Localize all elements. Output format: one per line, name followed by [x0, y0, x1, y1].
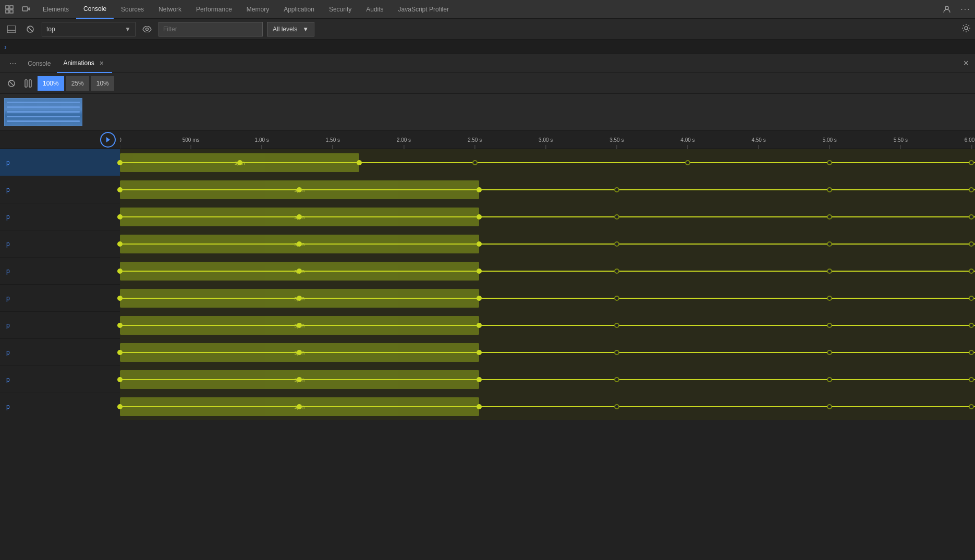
keyframe-dot[interactable]: [477, 241, 482, 247]
keyframe-dot[interactable]: [477, 377, 482, 382]
keyframe-dot[interactable]: [237, 160, 242, 165]
filter-input[interactable]: [159, 22, 263, 36]
keyframe-dot-hollow[interactable]: [472, 160, 478, 165]
keyframe-dot-hollow[interactable]: [827, 241, 832, 247]
keyframe-dot-hollow[interactable]: [827, 214, 832, 220]
keyframe-dot-hollow[interactable]: [827, 269, 832, 274]
keyframe-dot[interactable]: [117, 160, 123, 165]
animation-row[interactable]: pspin: [0, 258, 975, 285]
keyframe-dot[interactable]: [297, 350, 302, 355]
keyframe-dot[interactable]: [477, 214, 482, 220]
speed-25-button[interactable]: 25%: [66, 76, 89, 91]
keyframe-dot[interactable]: [117, 241, 123, 247]
keyframe-dot-hollow[interactable]: [614, 350, 619, 355]
animation-row[interactable]: pspin: [0, 312, 975, 339]
keyframe-dot[interactable]: [477, 269, 482, 274]
keyframe-dot[interactable]: [297, 296, 302, 301]
playhead-button[interactable]: [100, 132, 116, 148]
animation-row[interactable]: pspin: [0, 149, 975, 176]
keyframe-dot[interactable]: [117, 269, 123, 274]
keyframe-dot-hollow[interactable]: [614, 296, 619, 301]
keyframe-dot[interactable]: [117, 323, 123, 328]
tab-audits[interactable]: Audits: [359, 0, 391, 19]
clear-console-button[interactable]: [23, 22, 38, 36]
panel-tab-close-icon[interactable]: ×: [98, 58, 106, 68]
settings-icon[interactable]: [961, 23, 971, 34]
user-icon[interactable]: [942, 4, 952, 15]
keyframe-dot[interactable]: [297, 214, 302, 220]
keyframe-dot[interactable]: [117, 377, 123, 382]
keyframe-dot-hollow[interactable]: [969, 269, 974, 274]
keyframe-dot-hollow[interactable]: [614, 323, 619, 328]
keyframe-dot[interactable]: [297, 269, 302, 274]
tab-elements[interactable]: Elements: [35, 0, 76, 19]
animation-row[interactable]: pspin: [0, 366, 975, 393]
keyframe-dot-hollow[interactable]: [969, 323, 974, 328]
keyframe-dot-hollow[interactable]: [969, 241, 974, 247]
keyframe-dot-hollow[interactable]: [827, 404, 832, 409]
keyframe-dot-hollow[interactable]: [827, 296, 832, 301]
keyframe-dot-hollow[interactable]: [685, 160, 690, 165]
keyframe-dot[interactable]: [477, 323, 482, 328]
keyframe-dot-hollow[interactable]: [969, 214, 974, 220]
keyframe-dot[interactable]: [357, 160, 362, 165]
tab-sources[interactable]: Sources: [114, 0, 151, 19]
context-selector[interactable]: top ▼: [42, 22, 136, 36]
keyframe-dot-hollow[interactable]: [969, 187, 974, 192]
keyframe-dot[interactable]: [477, 296, 482, 301]
keyframe-dot-hollow[interactable]: [614, 214, 619, 220]
animation-stop-button[interactable]: [4, 76, 19, 91]
keyframe-dot-hollow[interactable]: [969, 160, 974, 165]
animation-row[interactable]: pspin: [0, 285, 975, 312]
tab-application[interactable]: Application: [276, 0, 322, 19]
panel-close-button[interactable]: ×: [961, 56, 971, 71]
keyframe-dot[interactable]: [297, 404, 302, 409]
more-icon[interactable]: ···: [960, 4, 971, 15]
keyframe-dot-hollow[interactable]: [969, 404, 974, 409]
animation-row[interactable]: pspin: [0, 176, 975, 203]
keyframe-dot-hollow[interactable]: [827, 160, 832, 165]
keyframe-dot-hollow[interactable]: [614, 404, 619, 409]
tab-js-profiler[interactable]: JavaScript Profiler: [391, 0, 456, 19]
eye-button[interactable]: [140, 22, 154, 36]
keyframe-dot[interactable]: [117, 187, 123, 192]
keyframe-dot[interactable]: [297, 187, 302, 192]
panel-tab-animations[interactable]: Animations ×: [57, 54, 112, 73]
keyframe-dot-hollow[interactable]: [827, 323, 832, 328]
animation-row[interactable]: pspin: [0, 203, 975, 230]
animation-row[interactable]: pspin: [0, 393, 975, 420]
keyframe-dot-hollow[interactable]: [614, 377, 619, 382]
keyframe-dot[interactable]: [117, 296, 123, 301]
panel-tab-more[interactable]: ···: [4, 59, 21, 68]
device-icon[interactable]: [21, 4, 31, 15]
keyframe-dot[interactable]: [117, 214, 123, 220]
animation-pause-button[interactable]: [21, 76, 35, 91]
tab-memory[interactable]: Memory: [239, 0, 276, 19]
keyframe-dot[interactable]: [297, 377, 302, 382]
levels-dropdown[interactable]: All levels ▼: [267, 22, 314, 36]
keyframe-dot-hollow[interactable]: [969, 296, 974, 301]
keyframe-dot[interactable]: [117, 404, 123, 409]
keyframe-dot-hollow[interactable]: [969, 377, 974, 382]
drawer-toggle-button[interactable]: [4, 22, 19, 36]
tab-security[interactable]: Security: [322, 0, 359, 19]
keyframe-dot[interactable]: [297, 241, 302, 247]
keyframe-dot-hollow[interactable]: [827, 377, 832, 382]
tab-console[interactable]: Console: [76, 0, 114, 19]
keyframe-dot-hollow[interactable]: [614, 241, 619, 247]
keyframe-dot-hollow[interactable]: [614, 269, 619, 274]
animation-row[interactable]: pspin: [0, 339, 975, 366]
keyframe-dot[interactable]: [477, 350, 482, 355]
keyframe-dot-hollow[interactable]: [827, 350, 832, 355]
keyframe-dot[interactable]: [477, 187, 482, 192]
keyframe-dot-hollow[interactable]: [969, 350, 974, 355]
keyframe-dot-hollow[interactable]: [827, 187, 832, 192]
tab-network[interactable]: Network: [151, 0, 189, 19]
tab-performance[interactable]: Performance: [189, 0, 239, 19]
keyframe-dot[interactable]: [477, 404, 482, 409]
speed-10-button[interactable]: 10%: [91, 76, 114, 91]
keyframe-dot-hollow[interactable]: [614, 187, 619, 192]
animation-row[interactable]: pspin: [0, 230, 975, 258]
keyframe-dot[interactable]: [297, 323, 302, 328]
keyframe-dot[interactable]: [117, 350, 123, 355]
